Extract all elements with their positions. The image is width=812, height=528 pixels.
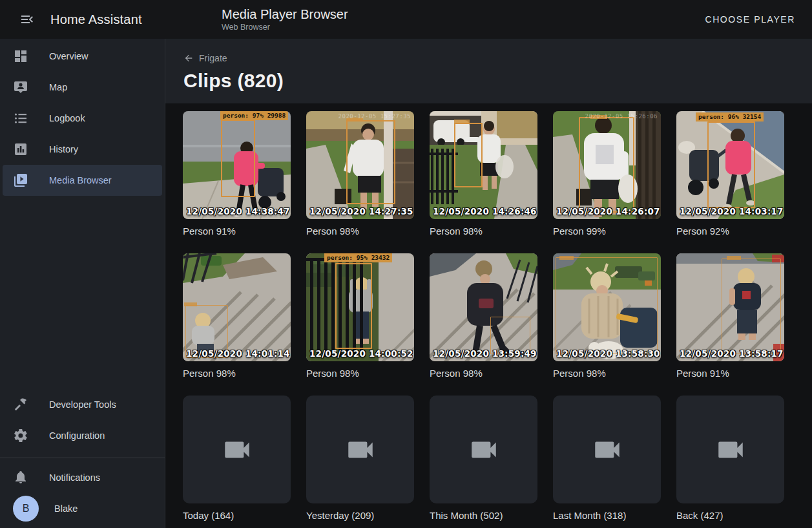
sidebar-item-media-browser[interactable]: Media Browser bbox=[3, 165, 162, 196]
clip-caption: Person 98% bbox=[183, 367, 291, 380]
sidebar-item-developer-tools[interactable]: Developer Tools bbox=[3, 389, 162, 420]
video-camera-icon bbox=[468, 434, 500, 466]
content-header: Frigate Clips (820) bbox=[165, 39, 812, 103]
video-camera-icon bbox=[344, 434, 377, 466]
arrow-left-icon bbox=[183, 53, 194, 63]
sidebar-item-label: Blake bbox=[54, 503, 78, 514]
main-content: Frigate Clips (820) bbox=[165, 39, 812, 528]
detection-label: person: 97% 29988 bbox=[220, 111, 288, 120]
folder-tile bbox=[553, 396, 661, 503]
clip-card[interactable]: 12/05/2020 13:59:49 Person 98% bbox=[430, 253, 537, 380]
clip-caption: Person 98% bbox=[306, 367, 414, 380]
media-player-subtitle: Web Browser bbox=[222, 22, 348, 32]
media-browser-header: Media Player Browser Web Browser bbox=[222, 6, 348, 32]
sidebar-item-notifications[interactable]: Notifications bbox=[3, 462, 162, 493]
sidebar-item-label: Map bbox=[49, 82, 67, 92]
folder-tile bbox=[306, 396, 414, 503]
sidebar-item-logbook[interactable]: Logbook bbox=[3, 103, 162, 134]
sidebar-item-map[interactable]: Map bbox=[3, 72, 162, 103]
detection-label: person: 96% 32154 bbox=[696, 112, 764, 121]
sidebar-item-label: Developer Tools bbox=[49, 399, 116, 410]
sidebar-item-label: Logbook bbox=[49, 113, 85, 123]
clip-caption: Person 98% bbox=[430, 225, 537, 238]
clips-grid: person: 97% 29988 12/05/2020 14:38:47 Pe… bbox=[183, 111, 812, 522]
sidebar-item-label: Overview bbox=[49, 51, 88, 61]
clip-thumbnail: 12/05/2020 13:58:30 bbox=[553, 253, 661, 361]
clip-thumbnail: 12/05/2020 14:01:14 bbox=[183, 253, 291, 361]
video-camera-icon bbox=[714, 434, 747, 466]
folder-card-today[interactable]: Today (164) bbox=[183, 396, 291, 522]
choose-player-button[interactable]: CHOOSE PLAYER bbox=[697, 8, 803, 31]
folder-caption: Back (427) bbox=[676, 509, 784, 522]
hammer-icon bbox=[13, 397, 28, 412]
folder-card-last-month[interactable]: Last Month (318) bbox=[553, 396, 661, 522]
sidebar: Overview Map Logbook bbox=[0, 39, 165, 528]
folder-card-yesterday[interactable]: Yesterday (209) bbox=[306, 396, 414, 522]
folder-tile bbox=[676, 396, 784, 503]
bar-chart-icon bbox=[13, 142, 28, 157]
page-title: Clips (820) bbox=[183, 70, 794, 92]
clip-caption: Person 92% bbox=[676, 225, 784, 238]
breadcrumb-back-frigate[interactable]: Frigate bbox=[183, 53, 227, 63]
clip-thumbnail: 2020-12-05 15:27:35 12/05/2020 14:27:35 bbox=[306, 111, 414, 219]
clip-timestamp: 12/05/2020 13:58:30 bbox=[556, 348, 660, 359]
sidebar-item-profile[interactable]: B Blake bbox=[3, 493, 162, 524]
sidebar-item-label: History bbox=[49, 144, 78, 154]
list-bulleted-icon bbox=[13, 111, 28, 126]
clips-grid-area: person: 97% 29988 12/05/2020 14:38:47 Pe… bbox=[165, 103, 812, 528]
clip-caption: Person 99% bbox=[553, 225, 661, 238]
clip-card[interactable]: person: 95% 23432 12/05/2020 14:00:52 Pe… bbox=[306, 253, 414, 380]
sidebar-item-label: Notifications bbox=[49, 472, 100, 483]
clip-thumbnail: person: 96% 32154 12/05/2020 14:03:17 bbox=[676, 111, 784, 219]
clip-caption: Person 91% bbox=[183, 225, 291, 238]
folder-tile bbox=[430, 396, 537, 503]
map-person-icon bbox=[13, 79, 28, 95]
folder-card-this-month[interactable]: This Month (502) bbox=[430, 396, 537, 522]
clip-timestamp: 12/05/2020 14:27:35 bbox=[309, 206, 413, 216]
clip-card[interactable]: 12/05/2020 14:26:46 Person 98% bbox=[430, 111, 537, 238]
clip-caption: Person 98% bbox=[430, 367, 537, 380]
sidebar-item-history[interactable]: History bbox=[3, 134, 162, 165]
clip-thumbnail: person: 97% 29988 12/05/2020 14:38:47 bbox=[183, 111, 291, 219]
sidebar-item-label: Media Browser bbox=[49, 175, 112, 185]
video-camera-icon bbox=[221, 434, 253, 466]
breadcrumb-label: Frigate bbox=[199, 53, 227, 63]
video-camera-icon bbox=[591, 434, 623, 466]
sidebar-item-label: Configuration bbox=[49, 430, 105, 441]
dashboard-icon bbox=[13, 48, 28, 64]
sidebar-item-overview[interactable]: Overview bbox=[3, 41, 162, 72]
clip-thumbnail: 12/05/2020 14:26:46 bbox=[430, 111, 537, 219]
app-title: Home Assistant bbox=[50, 12, 142, 27]
clip-caption: Person 91% bbox=[676, 367, 784, 380]
sidebar-item-configuration[interactable]: Configuration bbox=[3, 420, 162, 451]
clip-caption: Person 98% bbox=[306, 225, 414, 238]
media-library-icon bbox=[13, 173, 28, 188]
clip-timestamp: 12/05/2020 13:58:17 bbox=[680, 348, 784, 359]
clip-card[interactable]: 12/05/2020 13:58:17 Person 91% bbox=[676, 253, 784, 380]
menu-open-icon bbox=[19, 12, 35, 27]
top-app-bar: Home Assistant Media Player Browser Web … bbox=[0, 0, 812, 39]
gear-icon bbox=[13, 428, 28, 443]
sidebar-toggle-button[interactable] bbox=[13, 5, 41, 34]
avatar: B bbox=[13, 496, 39, 522]
folder-caption: Last Month (318) bbox=[553, 509, 661, 522]
clip-timestamp: 12/05/2020 14:00:52 bbox=[309, 348, 413, 359]
clip-timestamp: 12/05/2020 14:26:07 bbox=[556, 206, 660, 216]
clip-timestamp: 12/05/2020 13:59:49 bbox=[433, 348, 537, 359]
camera-osd-timestamp: 2020-12-05 15:27:35 bbox=[338, 113, 411, 120]
clip-card[interactable]: 2020-12-05 15:26:06 12/05/2020 14:26:07 … bbox=[553, 111, 661, 238]
folder-caption: This Month (502) bbox=[430, 509, 537, 522]
clip-thumbnail: 12/05/2020 13:59:49 bbox=[430, 253, 537, 361]
media-player-title: Media Player Browser bbox=[222, 6, 348, 22]
clip-card[interactable]: person: 96% 32154 12/05/2020 14:03:17 Pe… bbox=[676, 111, 784, 238]
folder-card-back[interactable]: Back (427) bbox=[676, 396, 784, 522]
camera-osd-timestamp: 2020-12-05 15:26:06 bbox=[585, 113, 658, 120]
clip-card[interactable]: 12/05/2020 13:58:30 Person 98% bbox=[553, 253, 661, 380]
clip-timestamp: 12/05/2020 14:38:47 bbox=[186, 206, 290, 216]
clip-card[interactable]: person: 97% 29988 12/05/2020 14:38:47 Pe… bbox=[183, 111, 291, 238]
clip-card[interactable]: 12/05/2020 14:01:14 Person 98% bbox=[183, 253, 291, 380]
clip-timestamp: 12/05/2020 14:01:14 bbox=[186, 348, 290, 359]
folder-caption: Today (164) bbox=[183, 509, 291, 522]
folder-caption: Yesterday (209) bbox=[306, 509, 414, 522]
clip-card[interactable]: 2020-12-05 15:27:35 12/05/2020 14:27:35 … bbox=[306, 111, 414, 238]
